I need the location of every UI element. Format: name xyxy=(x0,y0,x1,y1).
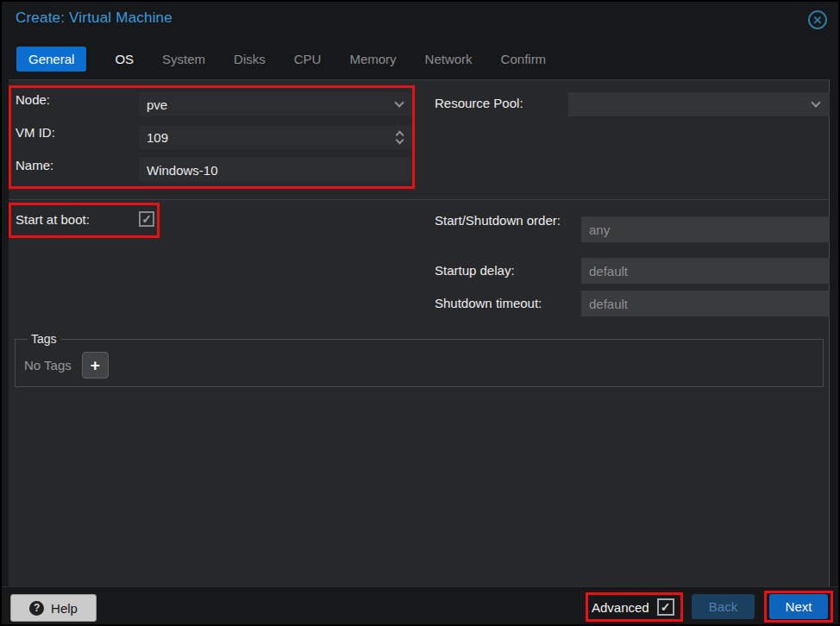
node-input[interactable] xyxy=(139,92,396,116)
tags-legend: Tags xyxy=(28,332,60,346)
vm-id-label: VM ID: xyxy=(16,125,55,140)
shutdown-timeout-input[interactable] xyxy=(581,291,830,316)
resource-pool-combobox[interactable] xyxy=(568,92,830,116)
startup-delay-field[interactable] xyxy=(581,258,830,284)
question-icon: ? xyxy=(29,601,44,616)
close-glyph: ✕ xyxy=(813,14,823,27)
startup-order-label: Start/Shutdown order: xyxy=(435,211,574,230)
advanced-toggle[interactable]: Advanced ✓ xyxy=(592,598,674,616)
name-input[interactable] xyxy=(139,158,413,182)
back-button[interactable]: Back xyxy=(692,594,755,619)
check-icon: ✓ xyxy=(661,600,671,614)
node-label: Node: xyxy=(16,92,50,107)
help-button[interactable]: ? Help xyxy=(10,594,97,622)
tab-os[interactable]: OS xyxy=(115,52,134,66)
resource-pool-label: Resource Pool: xyxy=(435,96,523,110)
startup-delay-label: Startup delay: xyxy=(435,263,515,278)
chevron-down-icon[interactable] xyxy=(394,97,404,107)
startup-delay-input[interactable] xyxy=(581,258,830,284)
wizard-tabbar: General OS System Disks CPU Memory Netwo… xyxy=(16,46,546,72)
spinner-arrows-icon[interactable] xyxy=(397,132,403,143)
tab-memory: Memory xyxy=(349,52,396,66)
tab-system: System xyxy=(162,52,205,66)
tab-network: Network xyxy=(425,52,473,66)
advanced-checkbox[interactable]: ✓ xyxy=(657,598,674,616)
startup-order-field[interactable] xyxy=(581,216,830,242)
section-separator xyxy=(9,199,830,200)
start-at-boot-checkbox[interactable]: ✓ xyxy=(139,211,154,227)
name-label: Name: xyxy=(16,158,53,172)
help-label: Help xyxy=(51,601,78,616)
tab-confirm: Confirm xyxy=(501,52,547,66)
resource-pool-input[interactable] xyxy=(568,92,812,116)
add-tag-button[interactable]: + xyxy=(82,352,109,379)
check-icon: ✓ xyxy=(141,212,152,226)
next-button[interactable]: Next xyxy=(769,594,828,619)
window-title: Create: Virtual Machine xyxy=(16,9,172,27)
startup-order-input[interactable] xyxy=(581,216,830,242)
chevron-down-icon[interactable] xyxy=(811,97,820,107)
tags-fieldset: Tags No Tags + xyxy=(15,332,824,387)
plus-icon: + xyxy=(91,356,100,375)
start-at-boot-label: Start at boot: xyxy=(16,212,90,227)
tab-general[interactable]: General xyxy=(16,47,86,72)
no-tags-text: No Tags xyxy=(24,358,72,372)
close-icon[interactable]: ✕ xyxy=(808,10,827,29)
create-vm-dialog: Create: Virtual Machine ✕ General OS Sys… xyxy=(0,0,840,626)
tab-cpu: CPU xyxy=(294,52,322,66)
node-combobox[interactable] xyxy=(139,92,413,116)
vm-id-spinner[interactable] xyxy=(139,125,413,149)
shutdown-timeout-label: Shutdown timeout: xyxy=(435,296,542,310)
advanced-label: Advanced xyxy=(592,600,649,615)
shutdown-timeout-field[interactable] xyxy=(581,291,830,316)
name-field[interactable] xyxy=(139,158,413,182)
tab-disks: Disks xyxy=(234,52,266,66)
vm-id-input[interactable] xyxy=(139,125,397,149)
